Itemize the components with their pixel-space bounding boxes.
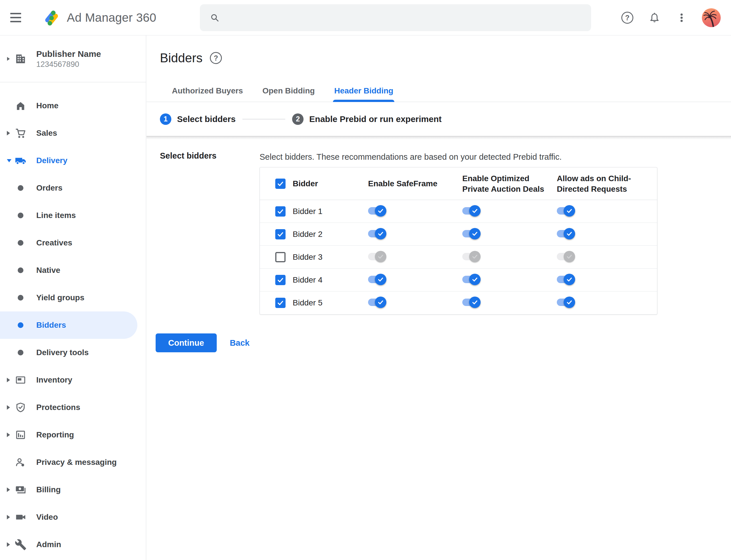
- tab-open-bidding[interactable]: Open Bidding: [253, 80, 325, 102]
- bidder-name: Bidder 1: [293, 207, 323, 216]
- bell-icon: [648, 11, 661, 24]
- sidebar-item-sales[interactable]: Sales: [0, 119, 146, 147]
- table-row: Bidder 4: [260, 269, 657, 291]
- main-content: Bidders ? Authorized Buyers Open Bidding…: [147, 35, 731, 560]
- table-row: Bidder 1: [260, 200, 657, 223]
- bidder-name: Bidder 5: [293, 298, 323, 307]
- payments-icon: [14, 483, 27, 497]
- child-directed-toggle: [557, 251, 575, 263]
- tab-authorized-buyers[interactable]: Authorized Buyers: [162, 80, 253, 102]
- more-options-button[interactable]: [675, 11, 688, 25]
- sidebar-item-delivery-tools[interactable]: Delivery tools: [0, 339, 146, 366]
- chevron-right-icon: [7, 487, 10, 492]
- shield-check-icon: [14, 401, 27, 414]
- optimized-deals-toggle[interactable]: [462, 228, 480, 240]
- bullet-icon: [18, 240, 23, 246]
- table-header-row: Bidder Enable SafeFrame Enable Optimized…: [260, 167, 657, 200]
- sidebar-item-home[interactable]: Home: [0, 92, 146, 119]
- sidebar: Publisher Name 1234567890 Home Sales: [0, 35, 146, 560]
- row-checkbox[interactable]: [275, 252, 286, 262]
- three-dot-menu-icon: [675, 11, 688, 24]
- child-directed-toggle[interactable]: [557, 273, 575, 285]
- row-checkbox[interactable]: [275, 275, 286, 285]
- account-avatar[interactable]: [702, 8, 721, 27]
- column-header-optimized-deals: Enable Optimized Private Auction Deals: [462, 173, 548, 194]
- notifications-button[interactable]: [648, 11, 661, 25]
- sidebar-item-creatives[interactable]: Creatives: [0, 229, 146, 257]
- bullet-icon: [18, 267, 23, 273]
- tab-header-bidding[interactable]: Header Bidding: [325, 80, 403, 102]
- sidebar-item-inventory[interactable]: Inventory: [0, 366, 146, 394]
- bidder-name: Bidder 4: [293, 275, 323, 285]
- sidebar-item-video[interactable]: Video: [0, 503, 146, 531]
- sidebar-item-privacy-messaging[interactable]: Privacy & messaging: [0, 449, 146, 476]
- search-input[interactable]: [227, 4, 591, 31]
- section-description: Select bidders. These recommendations ar…: [260, 151, 657, 163]
- bar-chart-icon: [14, 428, 27, 442]
- column-header-bidder: Bidder: [293, 178, 318, 189]
- sidebar-item-protections[interactable]: Protections: [0, 394, 146, 421]
- continue-button[interactable]: Continue: [156, 333, 217, 352]
- menu-button[interactable]: [10, 10, 26, 26]
- chevron-right-icon: [7, 131, 10, 135]
- child-directed-toggle[interactable]: [557, 205, 575, 217]
- step-2: 2 Enable Prebid or run experiment: [292, 113, 441, 125]
- person-privacy-icon: [14, 455, 27, 469]
- publisher-switcher[interactable]: Publisher Name 1234567890: [0, 35, 146, 82]
- publisher-id: 1234567890: [36, 59, 101, 69]
- safeframe-toggle[interactable]: [368, 228, 386, 240]
- sidebar-item-reporting[interactable]: Reporting: [0, 421, 146, 449]
- safeframe-toggle[interactable]: [368, 273, 386, 285]
- chevron-right-icon: [7, 378, 10, 382]
- sidebar-item-admin[interactable]: Admin: [0, 531, 146, 558]
- bullet-icon: [18, 322, 23, 328]
- inventory-icon: [14, 373, 27, 387]
- row-checkbox[interactable]: [275, 206, 286, 217]
- step-1-label: Select bidders: [177, 114, 236, 124]
- bullet-icon: [18, 213, 23, 218]
- search-icon: [209, 12, 221, 23]
- select-all-checkbox[interactable]: [275, 179, 286, 189]
- sidebar-item-bidders[interactable]: Bidders: [0, 311, 137, 339]
- sidebar-item-line-items[interactable]: Line items: [0, 202, 146, 229]
- help-button[interactable]: ?: [620, 11, 634, 25]
- bidder-name: Bidder 2: [293, 230, 323, 239]
- app-header: Ad Manager 360 ?: [0, 0, 731, 35]
- table-row: Bidder 5: [260, 291, 657, 314]
- safeframe-toggle[interactable]: [368, 205, 386, 217]
- optimized-deals-toggle[interactable]: [462, 273, 480, 285]
- bidder-name: Bidder 3: [293, 253, 323, 262]
- sidebar-item-orders[interactable]: Orders: [0, 174, 146, 202]
- step-connector: [243, 119, 285, 119]
- safeframe-toggle[interactable]: [368, 296, 386, 308]
- bidders-table: Bidder Enable SafeFrame Enable Optimized…: [260, 167, 657, 315]
- optimized-deals-toggle: [462, 251, 480, 263]
- building-icon: [14, 52, 27, 66]
- child-directed-toggle[interactable]: [557, 228, 575, 240]
- bullet-icon: [18, 350, 23, 355]
- wrench-icon: [14, 538, 27, 551]
- sidebar-item-delivery[interactable]: Delivery: [0, 147, 146, 174]
- optimized-deals-toggle[interactable]: [462, 205, 480, 217]
- row-checkbox[interactable]: [275, 298, 286, 308]
- sidebar-item-billing[interactable]: Billing: [0, 476, 146, 503]
- row-checkbox[interactable]: [275, 229, 286, 239]
- global-search[interactable]: [200, 4, 591, 31]
- safeframe-toggle: [368, 251, 386, 263]
- child-directed-toggle[interactable]: [557, 296, 575, 308]
- bullet-icon: [18, 185, 23, 191]
- table-row: Bidder 3: [260, 246, 657, 269]
- sidebar-item-native[interactable]: Native: [0, 257, 146, 284]
- optimized-deals-toggle[interactable]: [462, 296, 480, 308]
- page-title: Bidders: [160, 50, 203, 66]
- topbar-actions: ?: [620, 0, 721, 35]
- step-1-number: 1: [160, 113, 171, 125]
- chevron-right-icon: [7, 57, 10, 61]
- page-help-icon[interactable]: ?: [210, 52, 222, 64]
- section-label: Select bidders: [147, 136, 260, 315]
- sidebar-item-yield-groups[interactable]: Yield groups: [0, 284, 146, 311]
- back-button[interactable]: Back: [230, 338, 250, 348]
- column-header-safeframe: Enable SafeFrame: [368, 178, 462, 189]
- cart-icon: [14, 126, 27, 140]
- step-2-label: Enable Prebid or run experiment: [309, 114, 441, 124]
